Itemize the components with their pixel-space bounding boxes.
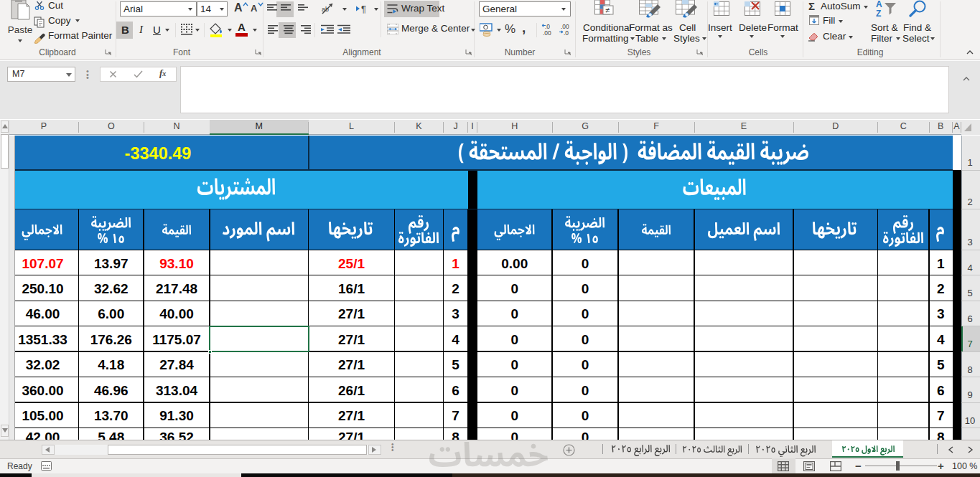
svg-text:Z: Z [876, 9, 881, 19]
svg-text:.0: .0 [564, 29, 569, 37]
svg-text:¶: ¶ [361, 4, 366, 14]
svg-text:ab: ab [322, 6, 329, 13]
svg-text:≠: ≠ [605, 6, 610, 14]
svg-text:.00: .00 [543, 29, 551, 37]
